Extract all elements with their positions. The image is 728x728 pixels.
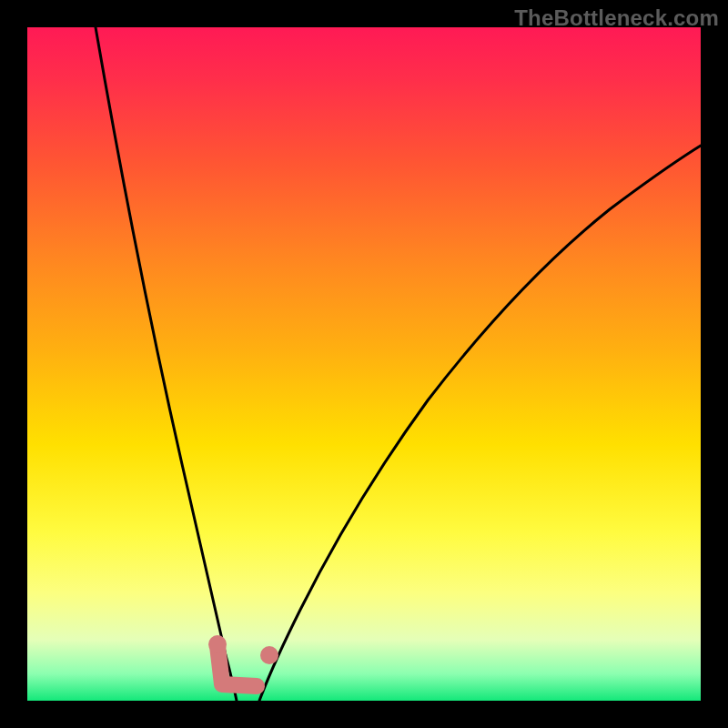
- curve-left-branch: [96, 27, 237, 701]
- chart-frame: TheBottleneck.com: [0, 0, 728, 728]
- watermark-text: TheBottleneck.com: [514, 5, 719, 31]
- curve-layer: [27, 27, 701, 701]
- valley-marker: [217, 646, 257, 686]
- curve-right-branch: [259, 146, 701, 701]
- plot-area: [27, 27, 701, 701]
- valley-marker-dot-left: [208, 635, 227, 653]
- valley-marker-dot-right: [260, 646, 278, 664]
